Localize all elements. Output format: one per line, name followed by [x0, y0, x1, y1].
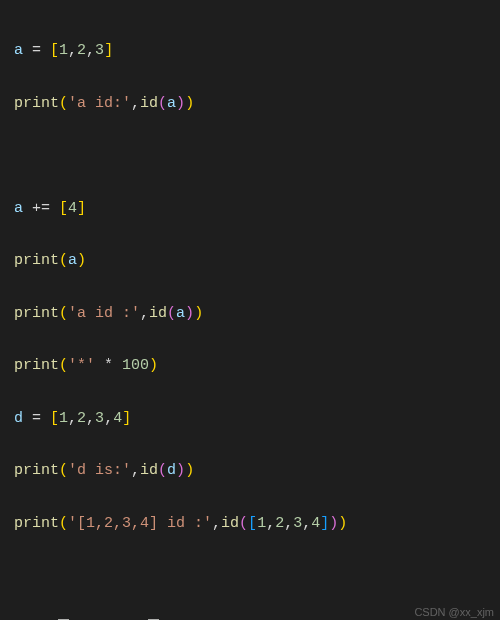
code-line: print(a) [14, 248, 486, 274]
blank-line [14, 563, 486, 589]
function-call: print [14, 95, 59, 112]
code-editor[interactable]: a = [1,2,3] print('a id:',id(a)) a += [4… [0, 0, 500, 620]
variable: a [14, 42, 23, 59]
code-line: a = [1,2,3] [14, 38, 486, 64]
code-line: print('a id :',id(a)) [14, 301, 486, 327]
blank-line [14, 143, 486, 169]
code-line: print('a id:',id(a)) [14, 91, 486, 117]
code-line: print('[1,2,3,4] id :',id([1,2,3,4])) [14, 511, 486, 537]
code-line: print('*' * 100) [14, 353, 486, 379]
watermark: CSDN @xx_xjm [414, 606, 494, 618]
code-line: print('d is:',id(d)) [14, 458, 486, 484]
code-line: d = [1,2,3,4] [14, 406, 486, 432]
code-line: a += [4] [14, 196, 486, 222]
